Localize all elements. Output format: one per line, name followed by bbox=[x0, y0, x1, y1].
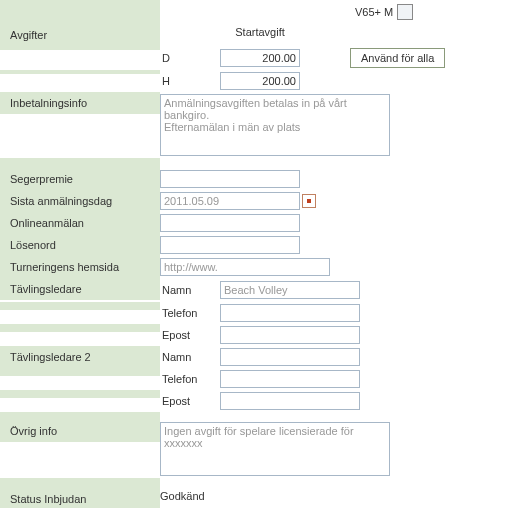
class-label: V65+ M bbox=[355, 6, 393, 18]
class-checkbox[interactable] bbox=[397, 4, 413, 20]
status-value: Godkänd bbox=[160, 490, 205, 502]
segerpremie-input[interactable] bbox=[160, 170, 300, 188]
label-h: H bbox=[160, 75, 220, 87]
label-d: D bbox=[160, 52, 220, 64]
label-inbetalningsinfo: Inbetalningsinfo bbox=[0, 92, 160, 114]
other-info-textarea[interactable] bbox=[160, 422, 390, 476]
password-input[interactable] bbox=[160, 236, 300, 254]
calendar-icon[interactable] bbox=[302, 194, 316, 208]
label-segerpremie: Segerpremie bbox=[0, 168, 160, 190]
last-registration-date-input[interactable] bbox=[160, 192, 300, 210]
leader1-email-input[interactable] bbox=[220, 326, 360, 344]
leader2-email-input[interactable] bbox=[220, 392, 360, 410]
fee-d-input[interactable] bbox=[220, 49, 300, 67]
label-status: Status Inbjudan bbox=[0, 488, 160, 508]
label-epost-1: Epost bbox=[160, 329, 220, 341]
label-epost-2: Epost bbox=[160, 395, 220, 407]
label-ovrig: Övrig info bbox=[0, 420, 160, 442]
homepage-input[interactable] bbox=[160, 258, 330, 276]
label-tavlingsledare: Tävlingsledare bbox=[0, 278, 160, 300]
label-tavlingsledare2: Tävlingsledare 2 bbox=[0, 346, 160, 368]
label-namn-2: Namn bbox=[160, 351, 220, 363]
fee-h-input[interactable] bbox=[220, 72, 300, 90]
leader1-phone-input[interactable] bbox=[220, 304, 360, 322]
label-namn-1: Namn bbox=[160, 284, 220, 296]
leader1-name-input[interactable] bbox=[220, 281, 360, 299]
leader2-phone-input[interactable] bbox=[220, 370, 360, 388]
use-for-all-button[interactable]: Använd för alla bbox=[350, 48, 445, 68]
label-losenord: Lösenord bbox=[0, 234, 160, 256]
label-telefon-1: Telefon bbox=[160, 307, 220, 319]
label-onlineanmalan: Onlineanmälan bbox=[0, 212, 160, 234]
label-avgifter: Avgifter bbox=[0, 24, 160, 46]
label-sista: Sista anmälningsdag bbox=[0, 190, 160, 212]
leader2-name-input[interactable] bbox=[220, 348, 360, 366]
online-registration-input[interactable] bbox=[160, 214, 300, 232]
payment-info-textarea[interactable] bbox=[160, 94, 390, 156]
label-hemsida: Turneringens hemsida bbox=[0, 256, 160, 278]
label-telefon-2: Telefon bbox=[160, 373, 220, 385]
label-startavgift: Startavgift bbox=[220, 26, 300, 38]
